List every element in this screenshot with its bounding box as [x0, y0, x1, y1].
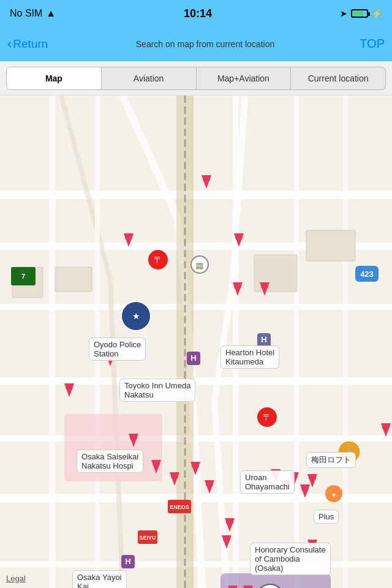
legal-link[interactable]: Legal: [6, 574, 26, 583]
battery-icon: [351, 9, 368, 18]
svg-rect-15: [64, 414, 162, 481]
svg-text:🔒: 🔒: [344, 447, 355, 458]
chevron-left-icon: ‹: [7, 36, 12, 52]
svg-rect-3: [0, 190, 392, 199]
nav-title: Search on map from current location: [62, 39, 348, 49]
carrier-label: No SIM: [10, 8, 42, 19]
status-left: No SIM ▲: [10, 8, 56, 19]
map-pin[interactable]: [124, 233, 134, 247]
svg-text:H: H: [190, 353, 196, 363]
svg-rect-10: [49, 96, 55, 588]
map-pin[interactable]: [243, 586, 253, 588]
status-bar: No SIM ▲ 10:14 ➤ ⚡: [0, 0, 392, 27]
route-badge-423: 423: [355, 266, 379, 282]
svg-rect-11: [95, 96, 100, 588]
svg-rect-6: [0, 377, 392, 385]
top-button[interactable]: TOP: [348, 37, 385, 51]
segment-map-aviation[interactable]: Map+Aviation: [197, 67, 292, 90]
wifi-icon: ▲: [46, 8, 56, 19]
svg-text:SEIYU: SEIYU: [139, 535, 156, 541]
map-pin[interactable]: [233, 282, 243, 296]
segment-current-location[interactable]: Current location: [291, 67, 386, 90]
status-right: ➤ ⚡: [340, 9, 382, 18]
map-pin[interactable]: [105, 353, 115, 366]
svg-text:〒: 〒: [154, 255, 162, 265]
segment-map[interactable]: Map: [6, 67, 102, 90]
map-pin[interactable]: [225, 518, 235, 532]
charging-icon: ⚡: [372, 9, 382, 18]
svg-text:ENEOS: ENEOS: [170, 504, 189, 510]
svg-text:🚃: 🚃: [195, 261, 204, 270]
svg-rect-14: [343, 96, 348, 588]
map-pin[interactable]: [129, 434, 138, 447]
map-pin[interactable]: [205, 480, 214, 494]
svg-rect-12: [233, 96, 239, 588]
map-pin[interactable]: [170, 472, 179, 486]
svg-rect-13: [294, 96, 299, 588]
svg-rect-22: [306, 230, 355, 261]
map-pin[interactable]: [381, 423, 391, 437]
svg-text:〒: 〒: [263, 412, 271, 422]
segment-control: Map Aviation Map+Aviation Current locati…: [0, 61, 392, 96]
svg-text:H: H: [261, 335, 266, 344]
svg-rect-5: [0, 304, 392, 310]
svg-rect-20: [55, 267, 92, 292]
map-pin[interactable]: [228, 586, 238, 588]
map-pin[interactable]: [151, 460, 161, 473]
map-pin[interactable]: [222, 535, 232, 549]
svg-rect-9: [0, 561, 392, 567]
map-pin[interactable]: [202, 175, 211, 189]
svg-text:★: ★: [132, 311, 140, 321]
svg-text:H: H: [125, 557, 130, 566]
map-pin[interactable]: [307, 474, 317, 488]
map-pin[interactable]: [190, 462, 200, 475]
map-pin[interactable]: [64, 383, 74, 397]
map-pin[interactable]: [271, 469, 281, 483]
svg-text:●: ●: [332, 491, 336, 498]
map-pin[interactable]: [260, 282, 270, 296]
map-pin[interactable]: [234, 233, 244, 247]
return-button[interactable]: ‹ Return: [7, 36, 62, 52]
segment-aviation[interactable]: Aviation: [102, 67, 197, 90]
map-svg: 7 ★ 〒 〒 H H H H 🚃 🚃 ENEOS SEIYU 🔒: [0, 96, 392, 588]
svg-text:7: 7: [21, 273, 25, 280]
map-pin[interactable]: [280, 480, 290, 494]
battery-fill: [353, 11, 363, 16]
location-icon: ➤: [340, 9, 347, 18]
time-label: 10:14: [184, 7, 212, 20]
map-pin[interactable]: [289, 472, 299, 486]
map-container[interactable]: 7 ★ 〒 〒 H H H H 🚃 🚃 ENEOS SEIYU 🔒: [0, 96, 392, 588]
map-pin[interactable]: [307, 540, 317, 553]
return-label: Return: [13, 37, 48, 51]
nav-bar: ‹ Return Search on map from current loca…: [0, 27, 392, 61]
